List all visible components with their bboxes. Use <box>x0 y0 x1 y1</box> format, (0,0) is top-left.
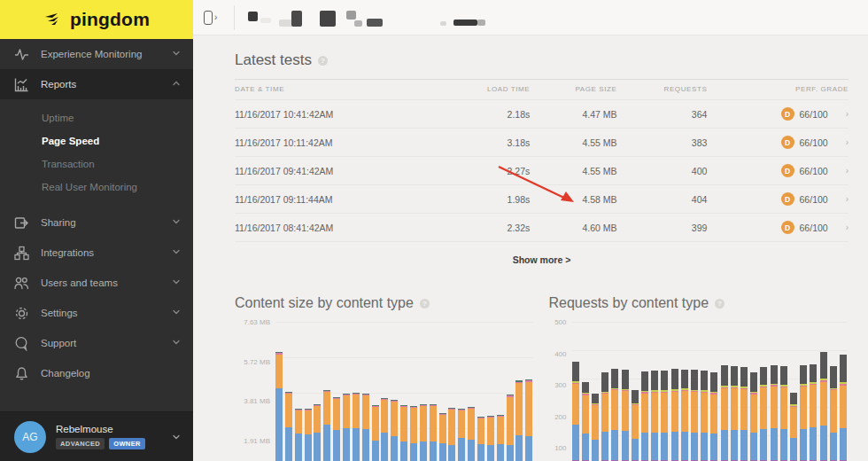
bar-segment-image <box>691 433 698 460</box>
bar-segment-script <box>840 386 847 428</box>
sidebar-item-changelog[interactable]: Changelog <box>0 358 193 388</box>
bar-segment-image <box>525 436 532 461</box>
bar-segment-image <box>458 438 465 461</box>
chevron-right-icon[interactable]: › <box>846 223 849 232</box>
stacked-bar <box>681 370 688 461</box>
redacted-block <box>346 11 356 20</box>
stacked-bar <box>323 390 330 461</box>
sidebar-item-reports[interactable]: Reports <box>0 69 193 99</box>
chevron-right-icon[interactable]: › <box>846 109 849 119</box>
cell-requests: 399 <box>616 214 707 242</box>
bar-segment-script <box>323 392 330 425</box>
info-icon[interactable]: ? <box>318 56 328 66</box>
bell-icon <box>14 366 29 381</box>
bar-segment-image <box>333 430 340 461</box>
chevron-right-icon[interactable]: › <box>846 137 849 147</box>
sidebar-subitem-page-speed[interactable]: Page Speed <box>0 129 193 152</box>
chart-content-size: Content size by content type?7.63 MB5.72… <box>235 295 535 461</box>
sidebar-subitem-transaction[interactable]: Transaction <box>0 152 193 176</box>
bar-segment-image <box>820 426 827 460</box>
stacked-bar <box>468 407 475 461</box>
role-badge: OWNER <box>109 438 145 449</box>
cell-requests: 364 <box>616 100 707 129</box>
bar-segment-script <box>820 382 827 426</box>
redacted-block <box>248 12 258 21</box>
bar-segment-script <box>515 383 523 435</box>
gear-icon <box>14 306 29 321</box>
redacted-block <box>354 20 362 27</box>
chat-icon <box>14 336 29 351</box>
chevron-right-icon[interactable]: › <box>846 166 849 176</box>
table-row[interactable]: 11/16/2017 09:41:42AM2.27s4.55 MB400D66/… <box>235 157 849 185</box>
info-icon[interactable]: ? <box>420 299 430 309</box>
bar-segment-image <box>800 429 807 460</box>
bar-segment-image <box>572 425 579 460</box>
y-axis-label: 500 <box>549 318 567 326</box>
bar-segment-script <box>750 395 757 433</box>
stacked-bar <box>592 394 599 461</box>
table-row[interactable]: 11/16/2017 09:11:44AM1.98s4.58 MB404D66/… <box>235 185 849 214</box>
stacked-bar <box>295 409 302 461</box>
column-header: DATE & TIME <box>235 80 440 100</box>
stacked-bar <box>790 393 797 461</box>
show-more-link[interactable]: Show more > <box>513 254 571 265</box>
stacked-bar <box>458 409 465 461</box>
pingdom-logo[interactable]: pingdom <box>0 0 193 39</box>
table-row[interactable]: 11/16/2017 08:41:42AM2.32s4.60 MB399D66/… <box>235 214 849 242</box>
sidebar-item-users-and-teams[interactable]: Users and teams <box>0 268 193 298</box>
chevron-down-icon <box>172 338 181 348</box>
bar-segment-image <box>750 433 757 460</box>
bar-segment-script <box>468 409 475 441</box>
bar-segment-script <box>790 407 797 438</box>
cell-datetime: 11/16/2017 09:41:42AM <box>235 157 440 185</box>
stacked-bar <box>400 405 407 461</box>
sidebar-subitem-uptime[interactable]: Uptime <box>0 106 193 129</box>
sidebar-item-integrations[interactable]: Integrations <box>0 238 193 268</box>
table-row[interactable]: 11/16/2017 10:41:42AM2.18s4.47 MB364D66/… <box>235 100 849 129</box>
y-axis-label: 1.91 MB <box>235 436 270 444</box>
sidebar-subitem-real-user-monitoring[interactable]: Real User Monitoring <box>0 176 193 199</box>
account-name: Rebelmouse <box>56 424 172 434</box>
sidebar-item-settings[interactable]: Settings <box>0 298 193 328</box>
stacked-bar <box>820 352 827 461</box>
bar-segment-script <box>305 410 312 434</box>
bar-segment-xhr <box>651 371 658 390</box>
sidebar-item-support[interactable]: Support <box>0 328 193 358</box>
sidebar-item-experience-monitoring[interactable]: Experience Monitoring <box>0 39 193 69</box>
stacked-bar <box>305 409 312 461</box>
stacked-bar <box>430 404 437 461</box>
cell-page-size: 4.55 MB <box>530 129 616 157</box>
sidebar-item-sharing[interactable]: Sharing <box>0 207 193 238</box>
bar-segment-script <box>622 391 629 431</box>
stacked-bar <box>448 408 455 461</box>
account-switcher[interactable]: AG Rebelmouse ADVANCED OWNER <box>0 411 193 461</box>
stacked-bar <box>582 382 589 461</box>
bar-segment-xhr <box>800 365 807 384</box>
bar-segment-xhr <box>622 370 629 388</box>
info-icon[interactable]: ? <box>715 299 725 309</box>
stacked-bar <box>810 364 817 461</box>
bar-segment-image <box>771 428 778 460</box>
stacked-bar <box>632 390 639 461</box>
cell-requests: 404 <box>616 185 707 214</box>
sidebar-subnav-reports: UptimePage SpeedTransactionReal User Mon… <box>0 99 193 207</box>
redacted-block <box>260 18 271 23</box>
stacked-bar <box>622 370 629 461</box>
bar-segment-image <box>740 430 748 460</box>
bar-segment-xhr <box>701 371 708 390</box>
chevron-down-icon <box>172 49 181 59</box>
cell-page-size: 4.47 MB <box>530 100 616 129</box>
chevron-right-icon[interactable]: › <box>846 194 849 204</box>
bar-segment-xhr <box>582 382 589 393</box>
bar-segment-script <box>410 408 417 443</box>
redacted-block <box>440 21 446 26</box>
table-row[interactable]: 11/16/2017 10:11:42AM3.18s4.55 MB383D66/… <box>235 129 849 157</box>
bar-segment-xhr <box>572 362 579 381</box>
sidebar-collapse-icon <box>204 11 213 25</box>
sidebar-collapse-button[interactable]: › <box>204 10 225 26</box>
stacked-bar <box>333 397 340 461</box>
stacked-bar <box>721 365 728 461</box>
chevron-down-icon <box>172 217 181 228</box>
bar-segment-image <box>305 434 312 461</box>
bar-segment-image <box>497 444 504 461</box>
